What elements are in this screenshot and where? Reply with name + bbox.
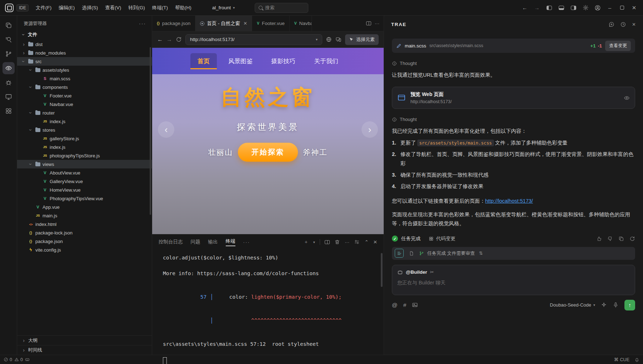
keyboard-icon[interactable] (25, 357, 30, 362)
new-chat-icon[interactable] (608, 21, 614, 27)
terminal[interactable]: color.adjust($color, $lightness: 10%) Mo… (152, 249, 384, 364)
carousel-prev-button[interactable]: ‹ (158, 121, 174, 138)
menu-goto[interactable]: 转到(G) (125, 2, 149, 13)
tree-item-router-index-js[interactable]: index.js (17, 117, 152, 126)
terminal-scrollbar[interactable] (381, 253, 383, 287)
source-control-icon[interactable] (3, 48, 15, 60)
tab-footer-vue[interactable]: VFooter.vue (252, 16, 289, 31)
scissors-icon[interactable]: ✂ (430, 269, 434, 275)
thumbs-up-icon[interactable] (596, 236, 602, 242)
tab-navbar-vue[interactable]: VNavbar.vue (290, 16, 312, 31)
site-nav-gallery[interactable]: 风景图鉴 (221, 53, 260, 69)
tree-item-stores-index-js[interactable]: index.js (17, 143, 152, 151)
settings-gear-icon[interactable] (580, 3, 591, 13)
layout-panel-icon[interactable] (556, 3, 567, 13)
open-external-icon[interactable] (326, 36, 332, 42)
view-changes-button[interactable]: 查看变更 (605, 41, 631, 51)
errors-indicator[interactable]: 0 (4, 357, 12, 362)
new-terminal-icon[interactable]: ＋ (304, 239, 309, 245)
device-toolbar-icon[interactable] (335, 36, 342, 42)
tree-item-router[interactable]: router (17, 108, 152, 117)
timeline-section[interactable]: 时间线 (17, 345, 152, 355)
bell-icon[interactable] (634, 357, 639, 362)
tree-item-dist[interactable]: dist (17, 40, 152, 49)
tree-item-phototips-view[interactable]: PhotographyTipsView.vue (17, 194, 152, 203)
tab-output[interactable]: 输出 (208, 239, 218, 245)
tree-item-navbar-vue[interactable]: Navbar.vue (17, 100, 152, 108)
search-view-icon[interactable] (3, 34, 15, 46)
tree-item-main-scss[interactable]: main.scss (17, 74, 152, 83)
menu-terminal[interactable]: 终端(T) (149, 2, 171, 13)
panel-close-icon[interactable]: ✕ (373, 239, 377, 245)
outline-section[interactable]: 大纲 (17, 335, 152, 345)
tree-item-node-modules[interactable]: node_modules (17, 49, 152, 57)
select-element-button[interactable]: 选择元素 (345, 34, 379, 45)
tree-item-home-view[interactable]: HomeView.vue (17, 186, 152, 194)
chat-history-icon[interactable] (620, 21, 626, 27)
panel-more-tabs-icon[interactable]: ··· (243, 239, 250, 245)
chevron-down-icon[interactable]: ▾ (313, 240, 315, 244)
regenerate-icon[interactable] (629, 236, 635, 242)
tree-item-src[interactable]: src (17, 57, 152, 66)
extensions-icon[interactable] (3, 105, 15, 117)
tree-item-components[interactable]: components (17, 83, 152, 91)
site-nav-home[interactable]: 首页 (190, 53, 217, 69)
more-actions-icon[interactable]: ··· (375, 21, 379, 26)
microphone-icon[interactable] (613, 302, 619, 308)
context-chip[interactable]: @Builder (406, 269, 427, 275)
preview-view-icon[interactable] (3, 62, 15, 74)
copy-icon[interactable] (618, 236, 624, 242)
tree-item-app-vue[interactable]: App.vue (17, 203, 152, 211)
send-button[interactable]: ↑ (624, 300, 635, 310)
browser-refresh-icon[interactable] (176, 36, 182, 42)
tree-item-gallery-view[interactable]: GalleryView.vue (17, 177, 152, 186)
enhance-sparkle-icon[interactable] (601, 302, 607, 308)
address-bar[interactable]: ▾ (185, 34, 322, 45)
tree-item-vite-config[interactable]: vite.config.js (17, 246, 152, 254)
history-forward-icon[interactable]: → (532, 3, 542, 13)
tab-preview-home[interactable]: 首页 - 自然之窗✕ (195, 16, 252, 31)
browser-back-icon[interactable]: ← (157, 36, 163, 43)
minimize-button[interactable]: – (604, 3, 615, 13)
project-switcher[interactable]: al_frount ▾ (209, 3, 239, 12)
tree-item-stores[interactable]: stores (17, 126, 152, 134)
account-icon[interactable] (592, 3, 603, 13)
review-status-label[interactable]: 任务完成 文件需要审查 (427, 250, 475, 257)
history-back-icon[interactable]: ← (519, 3, 530, 13)
tree-item-package-lock[interactable]: package-lock.json (17, 228, 152, 237)
trash-icon[interactable] (334, 239, 340, 245)
close-window-button[interactable]: ✕ (629, 3, 639, 13)
site-nav-about[interactable]: 关于我们 (307, 53, 345, 69)
menu-selection[interactable]: 选择(S) (78, 2, 101, 13)
search-input[interactable] (265, 5, 304, 10)
tab-problems[interactable]: 问题 (191, 239, 200, 245)
menu-file[interactable]: 文件(F) (32, 2, 55, 13)
menu-edit[interactable]: 编辑(E) (55, 2, 78, 13)
eye-icon[interactable] (624, 95, 630, 101)
close-tab-icon[interactable]: ✕ (243, 21, 247, 26)
maximize-button[interactable] (617, 3, 627, 13)
file-change-card[interactable]: main.scss src\assets\styles\main.scss +1… (392, 39, 635, 53)
image-attach-icon[interactable] (412, 302, 418, 308)
split-terminal-icon[interactable] (325, 240, 330, 244)
explore-button[interactable]: 开始探索 (238, 143, 298, 162)
tree-item-index-html[interactable]: index.html (17, 220, 152, 228)
split-editor-icon[interactable] (366, 21, 371, 25)
layout-sidebar-icon[interactable] (544, 3, 554, 13)
site-nav-tips[interactable]: 摄影技巧 (264, 53, 303, 69)
code-changes-button[interactable]: 代码变更 (429, 236, 455, 242)
sidebar-scrollbar[interactable] (150, 47, 151, 215)
tree-item-phototips-store[interactable]: photographyTipsStore.js (17, 151, 152, 160)
tree-item-package-json[interactable]: package.json (17, 237, 152, 246)
url-input[interactable] (190, 37, 313, 42)
debug-icon[interactable] (3, 76, 15, 89)
chat-message-input[interactable] (397, 280, 630, 285)
tab-console-logs[interactable]: 控制台日志 (159, 239, 183, 245)
panel-more-icon[interactable]: ··· (345, 239, 350, 245)
files-section-header[interactable]: 文件 (17, 30, 152, 40)
panel-layout-icon[interactable] (354, 239, 360, 245)
tree-item-gallery-store[interactable]: galleryStore.js (17, 134, 152, 143)
warnings-indicator[interactable]: 0 (14, 357, 23, 362)
layout-secondary-icon[interactable] (568, 3, 579, 13)
menu-view[interactable]: 查看(V) (101, 2, 125, 13)
